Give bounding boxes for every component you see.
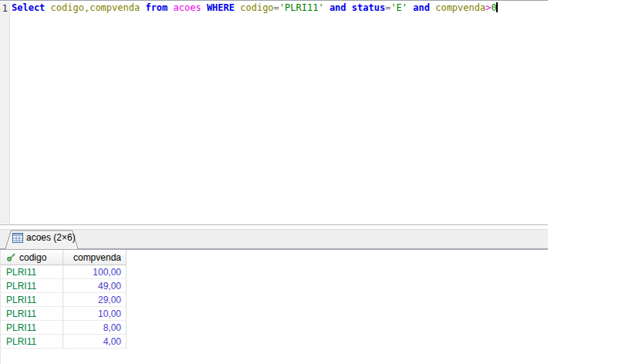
primary-key-icon xyxy=(6,252,16,262)
table-row[interactable]: PLRI11 10,00 xyxy=(1,307,548,321)
results-grid: codigo compvenda PLRI11 100,00 PLRI11 49… xyxy=(0,250,548,364)
sql-token: codigo,compvenda xyxy=(51,2,146,13)
sql-token: from xyxy=(145,2,173,13)
grid-header-row: codigo compvenda xyxy=(1,250,548,265)
column-header-label: codigo xyxy=(19,252,46,263)
cell-compvenda[interactable]: 4,00 xyxy=(63,335,127,349)
cell-compvenda[interactable]: 49,00 xyxy=(63,279,127,293)
sql-token: compvenda xyxy=(435,2,485,13)
sql-editor[interactable]: 1 Select codigo,compvenda from acoes WHE… xyxy=(0,0,548,225)
sql-token: and xyxy=(330,2,352,13)
cell-codigo[interactable]: PLRI11 xyxy=(1,307,63,321)
cell-codigo[interactable]: PLRI11 xyxy=(1,265,63,279)
tab-label: acoes (2×6) xyxy=(26,232,76,243)
sql-token: codigo xyxy=(240,2,273,13)
sql-token: acoes xyxy=(174,2,207,13)
text-caret xyxy=(496,2,498,12)
table-row[interactable]: PLRI11 4,00 xyxy=(1,335,548,349)
sql-token: status xyxy=(352,2,385,13)
cell-codigo[interactable]: PLRI11 xyxy=(1,279,63,293)
results-tab-bar: acoes (2×6) xyxy=(0,229,548,250)
column-header-compvenda[interactable]: compvenda xyxy=(63,250,127,265)
table-row[interactable]: PLRI11 100,00 xyxy=(1,265,548,279)
line-number: 1 xyxy=(2,3,8,15)
column-header-label: compvenda xyxy=(73,252,121,263)
cell-compvenda[interactable]: 10,00 xyxy=(63,307,127,321)
column-header-codigo[interactable]: codigo xyxy=(1,250,63,265)
cell-codigo[interactable]: PLRI11 xyxy=(1,293,63,307)
cell-codigo[interactable]: PLRI11 xyxy=(1,335,63,349)
cell-compvenda[interactable]: 8,00 xyxy=(63,321,127,335)
sql-token: and xyxy=(413,2,435,13)
table-row[interactable]: PLRI11 8,00 xyxy=(1,321,548,335)
sql-token: 'PLRI11' xyxy=(279,2,330,13)
cell-codigo[interactable]: PLRI11 xyxy=(1,321,63,335)
code-line[interactable]: Select codigo,compvenda from acoes WHERE… xyxy=(12,2,548,14)
cell-compvenda[interactable]: 29,00 xyxy=(63,293,127,307)
sql-token: = xyxy=(274,2,279,13)
sql-token: 'E' xyxy=(390,2,413,13)
sql-token: Select xyxy=(12,2,51,13)
tab-acoes[interactable]: acoes (2×6) xyxy=(5,230,79,249)
table-row[interactable]: PLRI11 49,00 xyxy=(1,279,548,293)
sql-client-window: 1 Select codigo,compvenda from acoes WHE… xyxy=(0,0,548,364)
table-grid-icon xyxy=(12,233,23,243)
editor-gutter: 1 xyxy=(0,2,10,224)
cell-compvenda[interactable]: 100,00 xyxy=(63,265,127,279)
table-row[interactable]: PLRI11 29,00 xyxy=(1,293,548,307)
sql-token: WHERE xyxy=(207,2,240,13)
